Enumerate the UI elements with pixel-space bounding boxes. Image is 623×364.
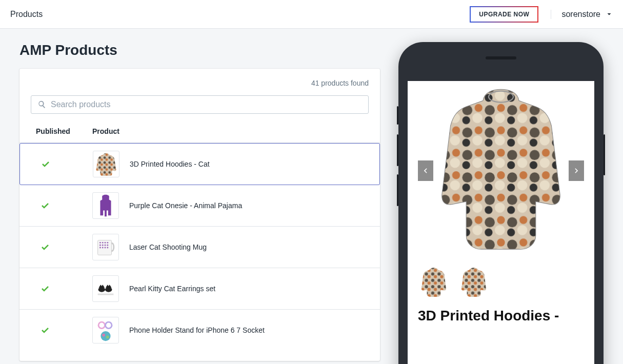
check-icon <box>41 159 51 169</box>
product-name: 3D Printed Hoodies - Cat <box>130 160 210 168</box>
svg-point-6 <box>99 242 101 244</box>
products-count: 41 products found <box>19 79 380 95</box>
check-icon <box>40 284 50 294</box>
check-icon <box>40 200 50 211</box>
phone-preview: 3D Printed Hoodies - <box>398 42 604 364</box>
search-icon <box>37 100 47 109</box>
preview-title: 3D Printed Hoodies - <box>408 302 594 324</box>
preview-thumb-1[interactable] <box>418 266 450 297</box>
upgrade-button[interactable]: UPGRADE NOW <box>470 6 538 23</box>
table-row[interactable]: Purple Cat Onesie - Animal Pajama <box>19 185 380 227</box>
header-right: UPGRADE NOW sorenstore <box>470 6 613 23</box>
check-icon <box>40 325 50 335</box>
product-thumbnail <box>93 151 119 177</box>
svg-point-12 <box>105 245 106 246</box>
svg-rect-20 <box>98 294 114 295</box>
col-published: Published <box>31 127 92 135</box>
svg-point-14 <box>99 247 101 249</box>
published-cell <box>31 200 92 211</box>
chevron-down-icon <box>606 11 613 18</box>
product-image-sweater <box>408 81 594 260</box>
preview-thumbnails <box>408 260 594 302</box>
published-cell <box>31 159 93 169</box>
svg-point-18 <box>98 287 105 292</box>
products-card: 41 products found Published Product 3D P… <box>19 69 380 361</box>
published-cell <box>31 284 92 294</box>
preview-main-image <box>408 81 594 260</box>
table-row[interactable]: Pearl Kitty Cat Earrings set <box>19 268 380 310</box>
svg-point-25 <box>101 331 110 341</box>
svg-point-24 <box>106 323 111 328</box>
product-name: Pearl Kitty Cat Earrings set <box>129 285 215 293</box>
product-thumbnail <box>92 317 119 343</box>
published-cell <box>31 325 92 335</box>
arrow-left-icon <box>421 167 430 175</box>
search-input[interactable] <box>31 95 369 114</box>
prev-image-button[interactable] <box>418 160 433 181</box>
svg-point-19 <box>105 287 112 292</box>
check-icon <box>40 242 50 252</box>
svg-point-10 <box>99 245 101 246</box>
product-thumbnail <box>92 192 119 219</box>
svg-point-22 <box>99 323 105 328</box>
preview-thumb-2[interactable] <box>458 266 490 297</box>
table-header: Published Product <box>19 120 380 143</box>
col-product: Product <box>92 127 369 135</box>
svg-point-7 <box>102 242 104 244</box>
published-cell <box>31 242 92 252</box>
svg-point-13 <box>107 245 108 246</box>
arrow-right-icon <box>572 167 580 175</box>
svg-point-17 <box>107 247 108 249</box>
page-title: AMP Products <box>19 42 380 58</box>
store-selector[interactable]: sorenstore <box>551 10 613 19</box>
table-row[interactable]: Laser Cat Shooting Mug <box>19 227 380 268</box>
product-name: Laser Cat Shooting Mug <box>129 243 207 251</box>
svg-point-9 <box>107 242 108 244</box>
product-thumbnail <box>92 275 119 302</box>
next-image-button[interactable] <box>569 160 584 181</box>
product-name: Phone Holder Stand for iPhone 6 7 Socket <box>129 326 265 334</box>
search-field[interactable] <box>51 100 362 109</box>
product-thumbnail <box>92 234 119 260</box>
svg-point-27 <box>106 336 109 339</box>
svg-point-16 <box>105 247 106 249</box>
svg-point-11 <box>102 245 104 246</box>
product-name: Purple Cat Onesie - Animal Pajama <box>129 201 242 210</box>
store-name: sorenstore <box>561 10 600 19</box>
svg-point-8 <box>105 242 106 244</box>
header: Products UPGRADE NOW sorenstore <box>0 0 623 29</box>
table-row[interactable]: 3D Printed Hoodies - Cat <box>19 143 380 185</box>
phone-screen: 3D Printed Hoodies - <box>408 81 594 364</box>
svg-point-26 <box>102 334 105 337</box>
svg-point-3 <box>102 195 105 198</box>
svg-point-15 <box>102 247 104 249</box>
header-title: Products <box>10 10 43 19</box>
table-row[interactable]: Phone Holder Stand for iPhone 6 7 Socket <box>19 310 380 351</box>
svg-point-4 <box>106 195 109 198</box>
